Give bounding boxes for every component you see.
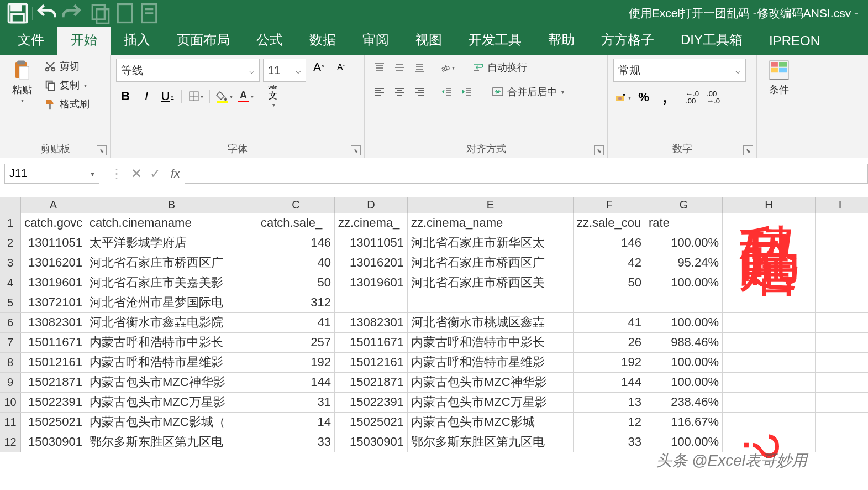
row-header[interactable]: 6 [0, 313, 21, 332]
cell[interactable]: 13011051 [21, 233, 86, 253]
cell[interactable]: 内蒙古包头市MZC神华影 [86, 373, 257, 392]
decrease-font-icon[interactable]: Aˇ [332, 59, 350, 76]
cell[interactable]: 42 [574, 253, 645, 273]
col-header[interactable]: A [21, 197, 86, 213]
tab-file[interactable]: 文件 [4, 25, 57, 55]
cell[interactable]: 15011671 [335, 333, 408, 352]
col-header[interactable]: G [645, 197, 723, 213]
cell[interactable] [723, 413, 816, 432]
cell[interactable]: 144 [574, 373, 645, 392]
cell[interactable] [816, 353, 865, 372]
cell[interactable]: 13019601 [335, 273, 408, 293]
tab-ipreon[interactable]: IPREON [756, 28, 833, 55]
cell[interactable]: 41 [257, 313, 335, 332]
cell[interactable]: 41 [574, 313, 645, 332]
cell[interactable]: 100.00% [645, 273, 723, 293]
cell[interactable] [723, 333, 816, 352]
font-color-icon[interactable]: A [235, 87, 254, 105]
cell[interactable] [723, 213, 816, 233]
increase-font-icon[interactable]: A^ [309, 59, 328, 76]
cell[interactable] [816, 432, 865, 452]
undo-icon[interactable] [35, 2, 59, 24]
cell[interactable]: 144 [257, 373, 335, 392]
decrease-indent-icon[interactable] [438, 83, 456, 101]
cell[interactable] [408, 293, 574, 312]
tab-pagelayout[interactable]: 页面布局 [164, 25, 243, 55]
enter-icon[interactable]: ✓ [150, 166, 161, 181]
row-header[interactable]: 2 [0, 233, 21, 253]
cell[interactable]: 河北省石家庄市美嘉美影 [86, 273, 257, 293]
cell[interactable] [723, 273, 816, 293]
cell[interactable]: 内蒙古呼和浩特市星维影 [86, 353, 257, 372]
cell[interactable]: 15021871 [21, 373, 86, 392]
align-top-icon[interactable] [370, 59, 389, 76]
cell[interactable]: 50 [257, 273, 335, 293]
cell[interactable]: 内蒙古包头市MZC万星影 [86, 393, 257, 412]
tab-developer[interactable]: 开发工具 [455, 25, 535, 55]
cell[interactable]: 15025021 [335, 413, 408, 432]
cell[interactable]: 15030901 [21, 432, 86, 452]
tab-formulas[interactable]: 公式 [243, 25, 296, 55]
col-header[interactable]: C [257, 197, 335, 213]
align-right-icon[interactable] [410, 83, 429, 101]
cell[interactable]: 238.46% [645, 393, 723, 412]
cell[interactable]: 15025021 [21, 413, 86, 432]
wrap-text-button[interactable]: 自动换行 [470, 60, 529, 75]
row-header[interactable]: 10 [0, 393, 21, 412]
cell[interactable]: 鄂尔多斯东胜区第九区电 [408, 432, 574, 452]
cell[interactable] [645, 293, 723, 312]
cell[interactable] [816, 253, 865, 273]
cell[interactable]: 100.00% [645, 373, 723, 392]
cell[interactable]: 河北省沧州市星梦国际电 [86, 293, 257, 312]
row-header[interactable]: 7 [0, 333, 21, 352]
cell[interactable]: 内蒙古包头市MZC万星影 [408, 393, 574, 412]
qat-btn-1[interactable] [88, 2, 113, 24]
clipboard-launcher-icon[interactable]: ⬊ [97, 145, 107, 155]
cell[interactable] [816, 413, 865, 432]
row-header[interactable]: 8 [0, 353, 21, 372]
tab-data[interactable]: 数据 [296, 25, 349, 55]
row-header[interactable]: 5 [0, 293, 21, 312]
cell[interactable]: 13082301 [21, 313, 86, 332]
cell[interactable]: 14 [257, 413, 335, 432]
cell[interactable] [723, 353, 816, 372]
fx-icon[interactable]: fx [166, 166, 185, 181]
cell[interactable]: 146 [257, 233, 335, 253]
cell[interactable] [723, 393, 816, 412]
cell[interactable] [816, 233, 865, 253]
select-all-corner[interactable] [0, 197, 21, 213]
bold-icon[interactable]: B [116, 87, 135, 105]
cell[interactable] [816, 333, 865, 352]
col-header[interactable]: I [816, 197, 865, 213]
cell[interactable]: 15021871 [335, 373, 408, 392]
tab-insert[interactable]: 插入 [111, 25, 164, 55]
cell[interactable]: 50 [574, 273, 645, 293]
tab-diy[interactable]: DIY工具箱 [667, 25, 756, 55]
cell[interactable]: 13016201 [21, 253, 86, 273]
cell[interactable] [816, 393, 865, 412]
cell[interactable]: 15022391 [21, 393, 86, 412]
row-header[interactable]: 3 [0, 253, 21, 273]
cell[interactable]: zz.sale_cou [574, 213, 645, 233]
cell[interactable]: 95.24% [645, 253, 723, 273]
cell[interactable]: 河北省衡水市鑫壵电影院 [86, 313, 257, 332]
number-format-combo[interactable]: 常规⌵ [613, 59, 746, 82]
row-header[interactable]: 11 [0, 413, 21, 432]
cell[interactable] [723, 373, 816, 392]
tab-home[interactable]: 开始 [57, 25, 111, 55]
cell[interactable]: 13011051 [335, 233, 408, 253]
font-launcher-icon[interactable]: ⬊ [351, 145, 361, 155]
number-launcher-icon[interactable]: ⬊ [743, 145, 753, 155]
currency-icon[interactable]: ▾ [613, 88, 632, 106]
qat-btn-3[interactable] [137, 2, 161, 24]
underline-icon[interactable]: U [158, 87, 177, 105]
cell[interactable]: 内蒙古呼和浩特市中影长 [408, 333, 574, 352]
cell[interactable]: 内蒙古呼和浩特市中影长 [86, 333, 257, 352]
percent-icon[interactable]: % [634, 88, 653, 106]
cell[interactable]: 河北省石家庄市桥西区美 [408, 273, 574, 293]
align-bottom-icon[interactable] [410, 59, 429, 76]
increase-indent-icon[interactable] [457, 83, 476, 101]
cell[interactable]: 15030901 [335, 432, 408, 452]
tab-view[interactable]: 视图 [402, 25, 455, 55]
cell[interactable]: 内蒙古呼和浩特市星维影 [408, 353, 574, 372]
